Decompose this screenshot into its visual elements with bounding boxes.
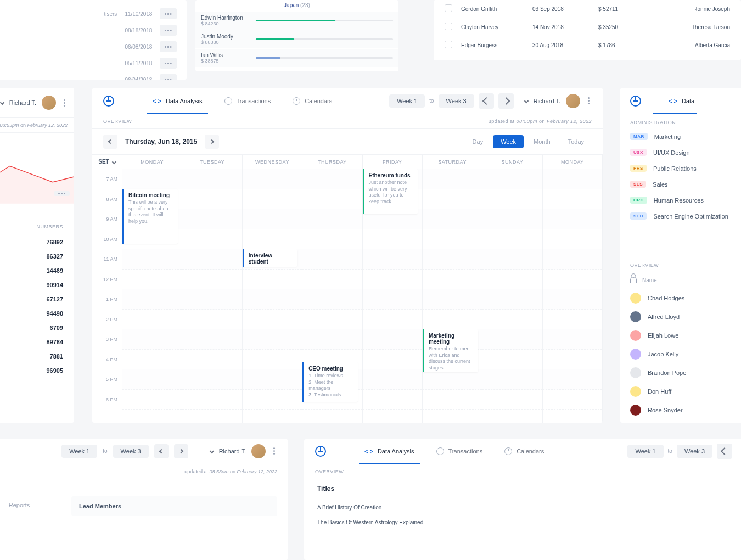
day-column: WEDNESDAY [243,155,302,423]
more-icon[interactable] [586,95,592,107]
next-day-button[interactable] [205,135,219,149]
top-right-panel: Gordon Griffith03 Sep 2018$ 52711Ronnie … [434,0,741,60]
number-cell: 89784 [0,335,74,349]
more-button[interactable]: ••• [160,8,177,19]
view-month[interactable]: Month [526,135,558,148]
checkbox[interactable] [445,23,452,30]
chevron-down-icon[interactable] [524,98,528,103]
title-item[interactable]: A Brief History Of Creation [317,500,730,515]
tab-calendars[interactable]: Calendars [282,88,343,114]
person-icon [630,277,637,283]
week-pill-3[interactable]: Week 3 [439,94,474,108]
category-item[interactable]: SEOSearch Engine Optimization [620,208,741,224]
number-cell: 90914 [0,278,74,292]
category-item[interactable]: SLSSales [620,176,741,192]
tab-transactions[interactable]: Transactions [214,88,282,114]
day-column: SUNDAY [482,155,542,423]
lead-members-card: Lead Members [71,496,277,516]
view-today[interactable]: Today [560,135,592,148]
table-row[interactable]: Clayton Harvey14 Nov 2018$ 35250Theresa … [434,18,741,36]
prev-day-button[interactable] [103,135,117,149]
category-item[interactable]: HRCHuman Resources [620,192,741,208]
event-interview[interactable]: Interview student [243,249,298,267]
view-week[interactable]: Week [493,135,524,148]
person-row[interactable]: Jacob Kelly [620,345,741,363]
table-row[interactable]: Edgar Burgess30 Aug 2018$ 1786Alberta Ga… [434,36,741,54]
avatar[interactable] [42,96,56,110]
bottom-right-panel: < >Data Analysis Transactions Calendars … [304,439,741,560]
category-item[interactable]: MARMarketing [620,128,741,144]
logo-icon[interactable] [630,96,641,107]
event-bitcoin[interactable]: Bitcoin meetingThis will be a very speci… [122,189,178,244]
tab-data[interactable]: < >Data [669,98,694,104]
set-dropdown[interactable]: SET [92,155,122,169]
person-row[interactable]: Elijah Lowe [620,326,741,345]
event-marketing[interactable]: Marketing meetingRemember to meet with E… [423,329,478,372]
top-mid-panel: Japan (23) Edwin Harrington$ 84230Justin… [195,0,398,71]
clock-icon [293,97,300,105]
day-column: SATURDAY [423,155,482,423]
category-item[interactable]: USXUI/UX Design [620,144,741,160]
logo-icon[interactable] [315,446,326,457]
person-row[interactable]: Alfred Lloyd [620,307,741,326]
person-row[interactable]: Brandon Pope [620,363,741,382]
avatar[interactable] [566,94,580,108]
reports-tab[interactable]: Reports [0,496,60,516]
day-column: MONDAY [543,155,603,423]
more-icon[interactable] [61,97,68,109]
tab-data-analysis[interactable]: < >Data Analysis [142,88,214,114]
chevron-down-icon[interactable] [0,100,4,105]
checkbox[interactable] [445,41,452,48]
next-button[interactable] [498,93,514,109]
number-cell: 94490 [0,306,74,321]
view-day[interactable]: Day [465,135,491,148]
number-cell: 86327 [0,249,74,264]
title-item[interactable]: The Basics Of Western Astrology Explaine… [317,515,730,530]
main-calendar-panel: < >Data Analysis Transactions Calendars … [92,88,603,423]
person-row[interactable]: Chad Hodges [620,289,741,307]
progress-row[interactable]: Edwin Harrington$ 84230 [195,12,398,30]
week-pill-1[interactable]: Week 1 [389,94,425,108]
table-row[interactable]: Gordon Griffith03 Sep 2018$ 52711Ronnie … [434,0,741,18]
checkbox[interactable] [445,4,452,12]
logo-icon[interactable] [103,96,114,107]
progress-row[interactable]: Justin Moody$ 88330 [195,30,398,48]
person-row[interactable]: Rose Snyder [620,401,741,419]
person-row[interactable]: Don Huff [620,382,741,401]
event-ceo[interactable]: CEO meeting1. Time reviews 2. Meet the m… [302,362,358,402]
right-panel: < >Data ADMINISTRATION MARMarketingUSXUI… [620,88,741,423]
number-cell: 7881 [0,349,74,363]
number-cell: 96905 [0,363,74,378]
bottom-left-panel: Week 1 to Week 3 Richard T. updated at 0… [0,439,288,560]
label: tisers [104,11,117,17]
person-row[interactable]: Fula Osborne [620,419,741,423]
event-ethereum[interactable]: Ethereum fundsJust another note which wi… [363,169,418,214]
refresh-icon [224,97,232,105]
left-panel: Richard T. updated at 08:53pm on Februar… [0,88,74,423]
number-cell: 14469 [0,264,74,278]
more-button[interactable] [54,191,70,196]
number-cell: 6709 [0,321,74,335]
day-column: TUESDAY [182,155,242,423]
progress-row[interactable]: Ian Willis$ 38875 [195,49,398,67]
prev-button[interactable] [479,93,494,109]
number-cell: 76892 [0,235,74,249]
top-left-panel: tisers11/10/2018••• 08/18/2018••• 06/08/… [0,0,187,80]
category-item[interactable]: PRSPublic Relations [620,160,741,176]
number-cell: 67127 [0,292,74,306]
